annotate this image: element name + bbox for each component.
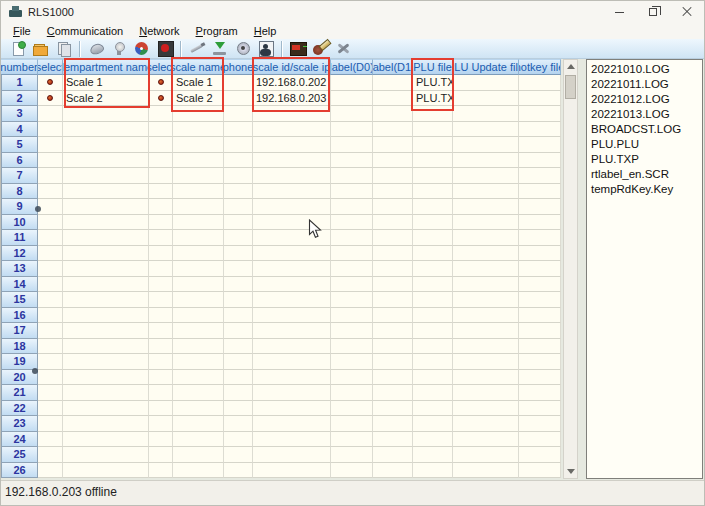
cell-plu-update-file[interactable] [453, 277, 519, 293]
cell-plu-file[interactable] [413, 215, 453, 231]
file-item[interactable]: rtlabel_en.SCR [591, 167, 700, 182]
cell-label-d1[interactable] [373, 246, 413, 262]
cell-phone[interactable] [224, 323, 253, 339]
column-header-dempartment-name[interactable]: dempartment name [63, 59, 149, 75]
cell-label-d0[interactable] [331, 463, 373, 479]
cell-phone[interactable] [224, 153, 253, 169]
cell-scale-name[interactable] [173, 137, 224, 153]
cell-phone[interactable] [224, 339, 253, 355]
scroll-up-button[interactable] [564, 60, 577, 73]
cell-scale-ip[interactable] [253, 416, 331, 432]
row-number-cell[interactable]: 4 [1, 122, 38, 138]
cell-plu-file[interactable] [413, 122, 453, 138]
cell-department[interactable] [63, 230, 149, 246]
cell-select2[interactable] [149, 168, 173, 184]
cell-plu-file[interactable] [413, 153, 453, 169]
cell-select2[interactable] [149, 106, 173, 122]
cell-plu-update-file[interactable] [453, 137, 519, 153]
cell-hotkey-file[interactable] [519, 137, 561, 153]
cell-scale-name[interactable] [173, 184, 224, 200]
cell-hotkey-file[interactable] [519, 153, 561, 169]
cell-label-d0[interactable] [331, 153, 373, 169]
cell-scale-ip[interactable] [253, 168, 331, 184]
cell-scale-name[interactable] [173, 277, 224, 293]
cell-plu-update-file[interactable] [453, 215, 519, 231]
cell-department[interactable] [63, 463, 149, 479]
cell-plu-file[interactable] [413, 447, 453, 463]
row-number-cell[interactable]: 12 [1, 246, 38, 262]
cell-scale-ip[interactable]: 192.168.0.203 [253, 91, 331, 107]
cell-scale-ip[interactable] [253, 106, 331, 122]
cell-department[interactable] [63, 401, 149, 417]
cell-phone[interactable] [224, 370, 253, 386]
cell-scale-name[interactable] [173, 292, 224, 308]
scrollbar-thumb[interactable] [565, 75, 576, 99]
cell-hotkey-file[interactable] [519, 354, 561, 370]
cell-phone[interactable] [224, 354, 253, 370]
cell-select2[interactable] [149, 370, 173, 386]
cell-plu-update-file[interactable] [453, 122, 519, 138]
cell-scale-ip[interactable] [253, 432, 331, 448]
cell-hotkey-file[interactable] [519, 199, 561, 215]
cell-label-d0[interactable] [331, 354, 373, 370]
row-number-cell[interactable]: 10 [1, 215, 38, 231]
cell-phone[interactable] [224, 184, 253, 200]
cell-department[interactable] [63, 122, 149, 138]
cell-select2[interactable] [149, 463, 173, 479]
cell-label-d1[interactable] [373, 168, 413, 184]
cell-scale-ip[interactable] [253, 230, 331, 246]
cell-select1[interactable] [38, 292, 63, 308]
column-header-plu-file[interactable]: PLU file [413, 59, 453, 75]
row-number-cell[interactable]: 25 [1, 447, 38, 463]
cell-plu-file[interactable] [413, 168, 453, 184]
cell-scale-name[interactable] [173, 106, 224, 122]
cell-label-d0[interactable] [331, 447, 373, 463]
monitor-button[interactable] [287, 40, 308, 58]
cell-plu-update-file[interactable] [453, 106, 519, 122]
cell-scale-ip[interactable] [253, 261, 331, 277]
cell-select1[interactable] [38, 354, 63, 370]
cell-scale-ip[interactable] [253, 323, 331, 339]
column-header-number[interactable]: number [1, 59, 38, 75]
cell-plu-file[interactable] [413, 230, 453, 246]
cell-plu-file[interactable] [413, 339, 453, 355]
cell-label-d1[interactable] [373, 339, 413, 355]
user-button[interactable] [255, 40, 276, 58]
row-number-cell[interactable]: 18 [1, 339, 38, 355]
cell-label-d1[interactable] [373, 292, 413, 308]
cell-select2[interactable] [149, 246, 173, 262]
cell-plu-update-file[interactable] [453, 323, 519, 339]
cell-select1[interactable] [38, 463, 63, 479]
cell-select2[interactable] [149, 447, 173, 463]
cell-scale-name[interactable] [173, 447, 224, 463]
cell-select1[interactable] [38, 261, 63, 277]
cell-label-d1[interactable] [373, 91, 413, 107]
cell-phone[interactable] [224, 230, 253, 246]
cell-select1[interactable] [38, 246, 63, 262]
cell-scale-ip[interactable] [253, 153, 331, 169]
restore-button[interactable] [636, 1, 670, 23]
cell-hotkey-file[interactable] [519, 370, 561, 386]
cell-select1[interactable] [38, 75, 63, 91]
cell-department[interactable] [63, 184, 149, 200]
disc-button[interactable] [131, 40, 152, 58]
cell-select1[interactable] [38, 153, 63, 169]
row-number-cell[interactable]: 6 [1, 153, 38, 169]
cell-plu-file[interactable] [413, 106, 453, 122]
record-button[interactable] [154, 40, 175, 58]
cell-select2[interactable] [149, 339, 173, 355]
cell-label-d0[interactable] [331, 401, 373, 417]
cell-select1[interactable] [38, 184, 63, 200]
cell-plu-file[interactable] [413, 370, 453, 386]
cell-phone[interactable] [224, 246, 253, 262]
cell-select1[interactable] [38, 385, 63, 401]
cell-department[interactable] [63, 370, 149, 386]
cell-plu-file[interactable] [413, 246, 453, 262]
cell-plu-update-file[interactable] [453, 230, 519, 246]
cell-plu-file[interactable] [413, 463, 453, 479]
cell-label-d0[interactable] [331, 137, 373, 153]
cell-select1[interactable] [38, 401, 63, 417]
cell-scale-name[interactable] [173, 401, 224, 417]
cell-label-d0[interactable] [331, 106, 373, 122]
row-number-cell[interactable]: 19 [1, 354, 38, 370]
